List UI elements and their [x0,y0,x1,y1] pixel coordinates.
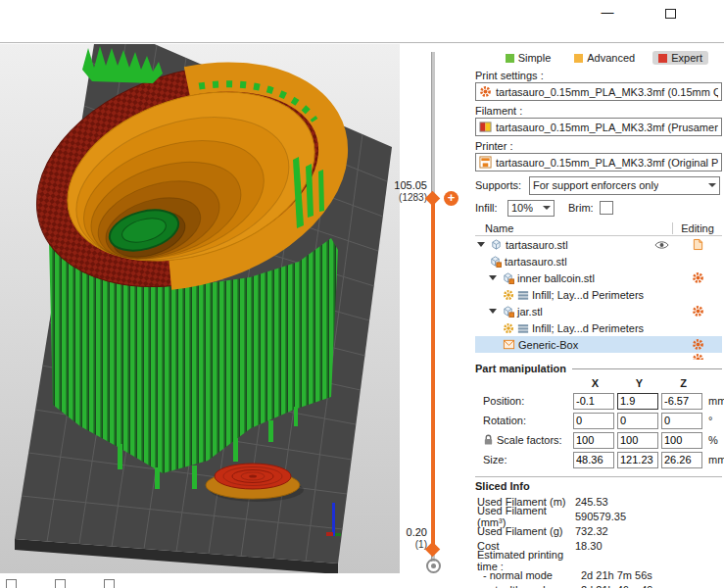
size-x-input[interactable] [573,452,614,468]
edit-page-icon[interactable] [693,238,703,251]
scale-x-input[interactable] [573,432,614,449]
layers-icon [517,322,529,334]
legend-checkbox[interactable] [6,579,17,588]
info-row: - normal mode 2d 21h 7m 56s [475,567,722,582]
object-row-generic-box[interactable]: Generic-Box [475,336,722,353]
info-value: 590579.35 [575,511,626,522]
scale-y-input[interactable] [617,432,658,449]
size-unit: mm [708,454,724,466]
scale-unit: % [708,434,718,446]
slider-top-layer-label: (1283) [399,192,427,203]
printer-combo[interactable]: tartasauro_0.15mm_PLA_MK3.3mf (Original … [475,153,722,172]
layer-slider-bottom-handle[interactable] [425,542,441,558]
tab-simple[interactable]: Simple [500,51,557,65]
size-z-input[interactable] [661,452,702,468]
advanced-mode-icon [574,54,583,63]
scale-z-input[interactable] [661,432,702,449]
position-y-input[interactable] [617,393,658,410]
title-bar: — [0,0,724,43]
maximize-button[interactable] [658,2,682,24]
tab-advanced[interactable]: Advanced [568,51,641,65]
object-label: jar.stl [517,306,543,318]
3d-scene[interactable] [0,44,400,573]
tab-expert-label: Expert [671,52,702,64]
settings-panel: Simple Advanced Expert Print settings : … [468,44,724,588]
add-color-change-button[interactable]: + [444,191,459,206]
divider [475,476,722,477]
part-manipulation-header: Part manipulation [475,362,722,375]
info-value: 2d 21h 7m 56s [581,569,652,581]
infill-value: 10% [511,202,533,214]
edit-gear-icon[interactable] [692,353,704,360]
expander-icon[interactable] [489,309,497,314]
legend-checkbox[interactable] [104,579,115,588]
lock-icon[interactable] [483,434,494,446]
scale-label: Scale factors: [497,434,562,446]
edit-gear-icon[interactable] [692,305,704,318]
axis-y-header: Y [617,377,661,391]
brim-label: Brim: [568,202,594,214]
slider-top-height-label: 105.05 [394,179,427,191]
axis-headers: X Y Z [475,377,722,391]
print-settings-value: tartasauro_0.15mm_PLA_MK3.3mf (0.15mm QU… [496,86,718,98]
tab-expert[interactable]: Expert [652,51,708,65]
position-label: Position: [475,395,573,407]
infill-label: Infill: [475,202,507,214]
object-row-clipped[interactable] [475,353,722,360]
edit-gear-icon[interactable] [692,271,704,284]
tab-advanced-label: Advanced [587,52,635,64]
position-x-input[interactable] [573,393,614,410]
rotation-unit: ° [708,415,712,426]
rotation-label: Rotation: [475,415,573,426]
settings-label: Infill; Lay...d Perimeters [532,289,644,301]
expander-icon[interactable] [489,275,497,280]
eye-icon[interactable] [654,240,669,250]
infill-select[interactable]: 10% [507,200,555,217]
size-y-input[interactable] [617,452,658,468]
supports-select[interactable]: For support enforcers only [529,176,720,195]
edit-gear-icon[interactable] [692,338,704,351]
object-row-inner-ballcoin[interactable]: inner ballcoin.stl [475,270,722,286]
position-z-input[interactable] [661,393,702,410]
layer-slider-range[interactable] [431,201,435,550]
axis-z-header: Z [661,377,705,391]
info-label: - stealth mode [475,584,581,588]
object-row-tartasauro-part[interactable]: tartasauro.stl [475,253,722,270]
settings-row-infill[interactable]: Infill; Lay...d Perimeters [475,286,722,303]
expander-icon[interactable] [477,242,485,247]
part-cube-icon [502,271,514,284]
info-value: 2d 21h 46m 49s [581,584,658,588]
editing-column-header: Editing [672,222,722,234]
object-row-jar[interactable]: jar.stl [475,303,722,319]
rotation-x-input[interactable] [573,413,614,429]
settings-label: Infill; Lay...d Perimeters [532,322,644,334]
position-unit: mm [708,395,724,407]
one-layer-mode-icon[interactable] [426,559,441,573]
minimize-button[interactable]: — [596,2,619,24]
object-label: inner ballcoin.stl [517,272,595,284]
filament-label: Filament : [475,105,722,118]
rotation-row: Rotation: ° [475,411,722,430]
rotation-z-input[interactable] [661,413,702,429]
3d-viewport[interactable] [0,44,400,573]
print-settings-combo[interactable]: tartasauro_0.15mm_PLA_MK3.3mf (0.15mm QU… [475,82,722,101]
filament-combo[interactable]: tartasauro_0.15mm_PLA_MK3.3mf (Prusament… [475,118,722,136]
rotation-y-input[interactable] [617,413,658,429]
info-row: - stealth mode 2d 21h 46m 49s [475,582,722,588]
brim-checkbox[interactable] [600,201,613,215]
supports-label: Supports: [475,179,529,191]
expert-mode-icon [658,54,667,63]
part-cube-icon [489,255,502,268]
info-value: 732.32 [575,525,608,537]
layer-slider-top-handle[interactable] [425,191,441,207]
name-column-header: Name [475,222,649,234]
gear-icon [503,322,514,334]
sliced-info-title: Sliced Info [475,480,722,494]
printer-value: tartasauro_0.15mm_PLA_MK3.3mf (Original … [496,157,718,169]
slider-bottom-height-label: 0.20 [407,526,427,538]
legend-checkbox[interactable] [55,579,66,588]
object-row-tartasauro[interactable]: tartasauro.stl [475,236,722,253]
layers-icon [517,289,529,301]
gear-icon [479,85,492,98]
settings-row-infill[interactable]: Infill; Lay...d Perimeters [475,319,722,336]
